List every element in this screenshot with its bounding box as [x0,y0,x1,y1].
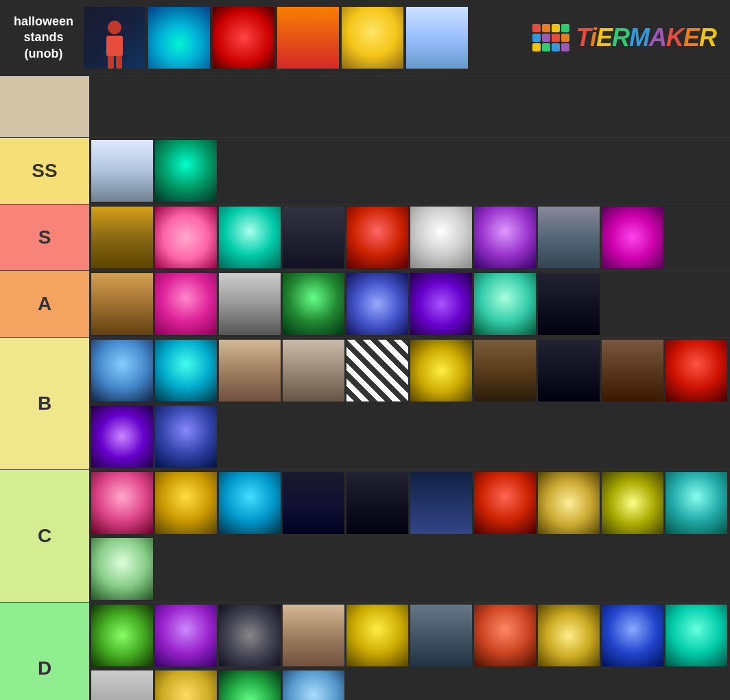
logo-cell [552,24,560,32]
char-d-3 [219,605,281,666]
char-b-6 [410,340,472,401]
tier-content-rows-b [89,338,730,469]
header-char-4 [277,7,339,69]
header-images [73,7,532,69]
logo-cell [532,34,541,42]
char-b-12 [155,406,217,467]
logo-cell [542,43,550,51]
char-d-6 [410,605,472,666]
char-d-10 [666,605,727,666]
tier-label-d: D [0,603,89,700]
char-b-5 [346,340,408,401]
char-c-11 [91,538,153,600]
char-d-4 [283,605,344,666]
tier-content-s [89,205,730,270]
tier-row-c: C [0,469,730,602]
char-s-5 [346,207,408,268]
char-s-3 [219,207,281,268]
tier-content-ss [89,138,730,204]
char-b-8 [538,340,600,401]
char-a-7 [474,273,536,335]
char-c-10 [666,472,727,534]
tier-label-ss: SS [0,138,89,204]
tier-row-b: B [0,337,730,469]
char-d-1 [91,605,153,666]
char-d-2 [155,605,217,666]
tier-row-d: D [0,602,730,700]
tiermaker-logo: TiERMAKER [532,23,716,52]
tier-label-b: B [0,338,89,469]
char-s-8 [538,207,600,268]
logo-cell [561,34,569,42]
char-c-5 [346,472,408,534]
char-a-1 [91,273,153,335]
tier-body-c: C [0,470,730,602]
char-d-13 [219,670,281,700]
tier-row-a: A [0,270,730,337]
logo-cell [542,24,550,32]
char-a-4 [283,273,344,335]
char-d-12 [155,670,217,700]
tier-body-d: D [0,603,730,700]
page-title: halloweenstands(unob) [14,14,73,62]
tier-label-c: C [0,470,89,602]
tier-body-b: B [0,338,730,469]
char-b-9 [602,340,663,401]
char-b-11 [91,406,153,467]
char-a-6 [410,273,472,335]
char-c-3 [219,472,281,534]
header-char-1 [84,7,145,69]
logo-cell [532,24,541,32]
char-b-10 [666,340,727,401]
tier-content-row-c1 [89,470,730,536]
char-s-9 [602,207,663,268]
header-char-3 [213,7,274,69]
logo-cell [561,24,569,32]
tier-content-unob [89,76,730,137]
tier-content-row-b1 [89,338,730,404]
tiermaker-container: halloweenstands(unob) [0,0,730,700]
logo-cell [532,43,541,51]
header-char-2 [148,7,210,69]
tier-label-a: A [0,271,89,337]
tier-label-s: S [0,205,89,270]
logo-cell [552,43,560,51]
char-a-8 [538,273,600,335]
tier-content-row-b2 [89,404,730,469]
logo-text: TiERMAKER [576,23,716,52]
tier-content-row-d1 [89,603,730,668]
char-b-3 [219,340,281,401]
tier-content-row-d2 [89,668,730,700]
tier-row-unob [0,75,730,137]
tier-label-unob [0,76,89,137]
logo-cell [561,43,569,51]
char-d-5 [346,605,408,666]
char-s-1 [91,207,153,268]
char-b-2 [155,340,217,401]
char-s-2 [155,207,217,268]
char-b-7 [474,340,536,401]
char-b-4 [283,340,344,401]
char-d-9 [602,605,663,666]
char-d-11 [91,670,153,700]
char-ss-2 [155,140,217,202]
tier-row-s: S [0,204,730,270]
header-char-5 [342,7,403,69]
logo-cell [542,34,550,42]
char-c-9 [602,472,663,534]
char-c-2 [155,472,217,534]
tier-content-a [89,271,730,337]
char-ss-1 [91,140,153,202]
logo-grid [532,24,569,51]
logo-cell [552,34,560,42]
char-s-6 [410,207,472,268]
char-s-7 [474,207,536,268]
char-c-4 [283,472,344,534]
char-d-8 [538,605,600,666]
char-c-8 [538,472,600,534]
header-char-6 [406,7,468,69]
char-a-3 [219,273,281,335]
tier-content-rows-c [89,470,730,602]
char-c-6 [410,472,472,534]
char-b-1 [91,340,153,401]
